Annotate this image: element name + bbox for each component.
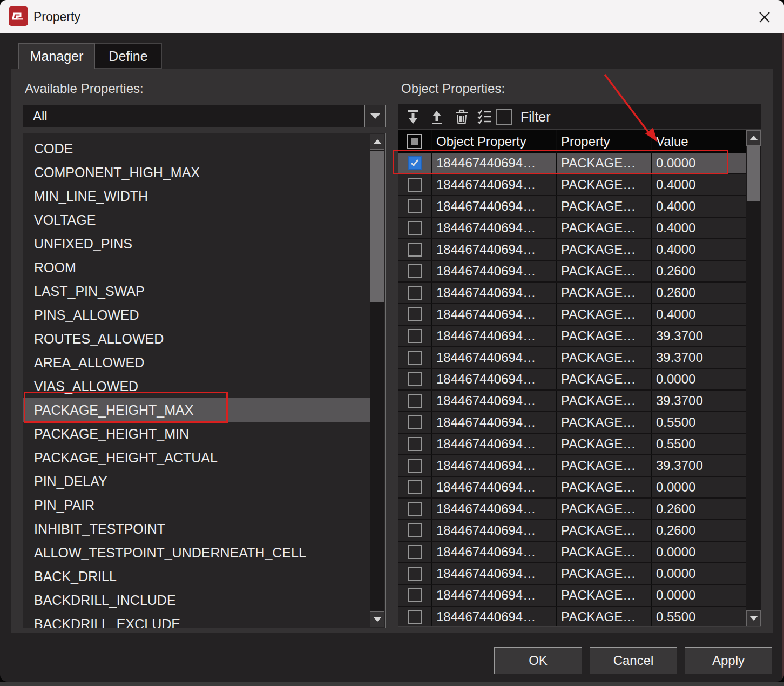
table-row[interactable]: 184467440694…PACKAGE…0.2600 [398,283,747,304]
available-property-item[interactable]: BACKDRILL_EXCLUDE [23,612,370,628]
table-row[interactable]: 184467440694…PACKAGE…0.4000 [398,174,747,196]
available-property-item[interactable]: PACKAGE_HEIGHT_MIN [23,422,370,446]
table-scroll-down-button[interactable] [746,610,761,626]
available-property-item[interactable]: PACKAGE_HEIGHT_ACTUAL [23,446,370,469]
table-row[interactable]: 184467440694…PACKAGE…0.0000 [398,477,747,499]
property-filter-dropdown[interactable]: All [23,105,386,127]
row-checkbox[interactable] [408,567,422,581]
ok-button[interactable]: OK [494,647,582,674]
available-property-item[interactable]: ROUTES_ALLOWED [23,327,370,351]
list-scroll-up-button[interactable] [370,134,384,150]
table-row[interactable]: 184467440694…PACKAGE…0.5500 [398,607,747,627]
available-property-item[interactable]: LAST_PIN_SWAP [23,279,370,303]
cell-value: 0.0000 [652,563,747,584]
available-property-item[interactable]: ALLOW_TESTPOINT_UNDERNEATH_CELL [23,541,370,564]
list-scrollbar-track[interactable] [370,134,384,627]
row-checkbox[interactable] [408,523,422,537]
table-row[interactable]: 184467440694…PACKAGE…0.4000 [398,304,747,326]
cell-property: PACKAGE… [557,455,652,476]
cell-property: PACKAGE… [557,174,652,195]
row-checkbox[interactable] [408,286,422,300]
available-property-item[interactable]: VIAS_ALLOWED [23,374,370,398]
row-checkbox[interactable] [408,156,422,170]
row-checkbox[interactable] [408,307,422,321]
cell-property: PACKAGE… [557,369,652,389]
column-header-property[interactable]: Property [557,130,652,153]
row-checkbox[interactable] [408,610,422,624]
table-scroll-up-button[interactable] [746,130,761,146]
row-checkbox[interactable] [408,178,422,192]
row-checkbox[interactable] [408,502,422,516]
available-property-item[interactable]: MIN_LINE_WIDTH [23,184,370,208]
move-down-icon[interactable] [404,109,422,126]
table-row[interactable]: 184467440694…PACKAGE…39.3700 [398,347,747,369]
row-checkbox[interactable] [408,588,422,602]
cell-object-property: 184467440694… [432,563,557,584]
table-row[interactable]: 184467440694…PACKAGE…0.2600 [398,520,747,542]
available-property-item[interactable]: AREA_ALLOWED [23,351,370,374]
close-button[interactable] [755,8,774,27]
delete-trash-icon[interactable] [453,109,470,126]
table-row[interactable]: 184467440694…PACKAGE…0.2600 [398,499,747,520]
cell-object-property: 184467440694… [432,239,557,260]
table-row[interactable]: 184467440694…PACKAGE…39.3700 [398,391,747,412]
available-property-item[interactable]: VOLTAGE [23,208,370,232]
table-row[interactable]: 184467440694…PACKAGE…0.0000 [398,563,747,585]
select-all-checkbox[interactable] [398,130,432,153]
row-checkbox[interactable] [408,415,422,429]
available-property-item[interactable]: PIN_DELAY [23,469,370,493]
filter-checkbox[interactable] [496,109,512,125]
table-scrollbar-thumb[interactable] [747,146,760,201]
table-row[interactable]: 184467440694…PACKAGE…0.4000 [398,239,747,261]
table-row[interactable]: 184467440694…PACKAGE…0.4000 [398,196,747,218]
available-property-item[interactable]: PIN_PAIR [23,493,370,517]
row-checkbox[interactable] [408,329,422,343]
dropdown-arrow-button[interactable] [364,105,385,127]
cell-object-property: 184467440694… [432,455,557,476]
available-property-item[interactable]: CODE [23,137,370,160]
table-scrollbar-track[interactable] [746,130,761,626]
checklist-icon[interactable] [476,109,494,126]
row-checkbox[interactable] [408,243,422,257]
cancel-button[interactable]: Cancel [590,647,677,674]
tab-define[interactable]: Define [95,43,162,69]
table-row[interactable]: 184467440694…PACKAGE…0.5500 [398,412,747,434]
row-checkbox-cell [398,174,432,195]
row-checkbox[interactable] [408,545,422,559]
row-checkbox[interactable] [408,221,422,235]
row-checkbox[interactable] [408,351,422,365]
table-row[interactable]: 184467440694…PACKAGE…39.3700 [398,326,747,347]
row-checkbox[interactable] [408,459,422,473]
available-property-item[interactable]: BACK_DRILL [23,564,370,588]
object-properties-toolbar: Filter [398,104,761,130]
tab-manager[interactable]: Manager [18,43,95,69]
move-up-icon[interactable] [428,109,445,126]
available-property-item[interactable]: INHIBIT_TESTPOINT [23,517,370,541]
table-row[interactable]: 184467440694…PACKAGE…39.3700 [398,455,747,477]
list-scroll-down-button[interactable] [370,611,384,627]
table-row[interactable]: 184467440694…PACKAGE…0.0000 [398,369,747,391]
apply-button[interactable]: Apply [685,647,772,674]
table-row[interactable]: 184467440694…PACKAGE…0.0000 [398,153,747,174]
list-scrollbar-thumb[interactable] [370,151,384,302]
row-checkbox[interactable] [408,264,422,278]
table-row[interactable]: 184467440694…PACKAGE…0.0000 [398,585,747,607]
table-row[interactable]: 184467440694…PACKAGE…0.4000 [398,218,747,239]
available-property-item[interactable]: ROOM [23,255,370,279]
available-property-item[interactable]: PINS_ALLOWED [23,303,370,327]
available-property-item[interactable]: UNFIXED_PINS [23,232,370,255]
row-checkbox[interactable] [408,394,422,408]
table-row[interactable]: 184467440694…PACKAGE…0.0000 [398,542,747,563]
available-property-item[interactable]: PACKAGE_HEIGHT_MAX [23,398,370,422]
column-header-object-property[interactable]: Object Property [432,130,557,153]
row-checkbox[interactable] [408,480,422,494]
available-property-item[interactable]: COMPONENT_HIGH_MAX [23,160,370,184]
row-checkbox[interactable] [408,437,422,451]
row-checkbox[interactable] [408,199,422,213]
available-property-item[interactable]: BACKDRILL_INCLUDE [23,588,370,612]
column-header-value[interactable]: Value [652,130,747,153]
row-checkbox[interactable] [408,372,422,386]
row-checkbox-cell [398,153,432,173]
table-row[interactable]: 184467440694…PACKAGE…0.5500 [398,434,747,455]
table-row[interactable]: 184467440694…PACKAGE…0.2600 [398,261,747,283]
